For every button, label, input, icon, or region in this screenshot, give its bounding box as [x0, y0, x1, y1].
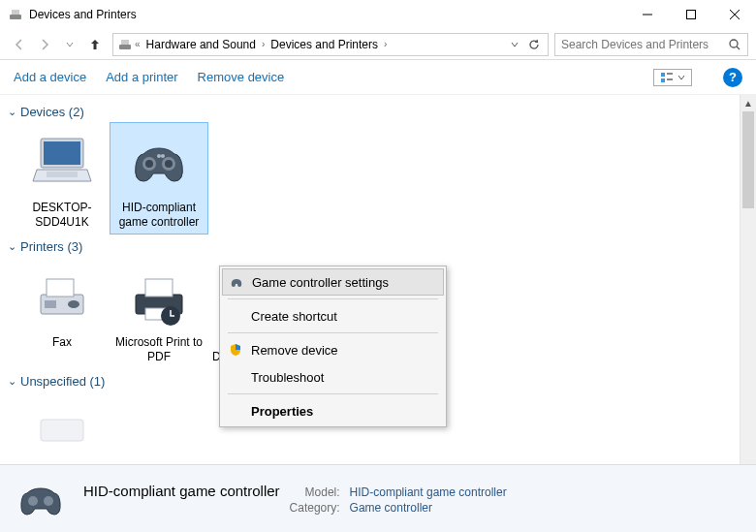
menu-separator	[228, 332, 438, 333]
forward-button[interactable]	[33, 33, 56, 56]
game-controller-icon	[229, 274, 244, 290]
details-category-label: Category:	[290, 501, 340, 515]
game-controller-icon	[124, 127, 194, 197]
navigation-bar: « Hardware and Sound › Devices and Print…	[0, 29, 756, 60]
devices-printers-icon	[117, 37, 133, 52]
group-title: Unspecified (1)	[20, 374, 105, 389]
search-input[interactable]	[561, 38, 728, 51]
chevron-right-icon[interactable]: ›	[260, 39, 267, 49]
device-label: HID-compliant game controller	[114, 201, 204, 230]
recent-dropdown[interactable]	[58, 33, 81, 56]
device-icon	[27, 396, 97, 464]
chevron-right-icon[interactable]: ›	[382, 39, 389, 49]
game-controller-icon	[14, 476, 68, 522]
svg-rect-4	[686, 11, 695, 19]
view-button[interactable]	[653, 69, 692, 86]
address-bar[interactable]: « Hardware and Sound › Devices and Print…	[112, 33, 549, 56]
svg-rect-12	[661, 78, 665, 82]
printer-icon	[124, 262, 194, 331]
breadcrumb-seg-devices[interactable]: Devices and Printers	[267, 38, 382, 51]
details-name: HID-compliant game controller	[83, 483, 280, 499]
svg-line-10	[737, 47, 740, 49]
svg-point-19	[145, 160, 153, 168]
details-category-value: Game controller	[350, 501, 507, 515]
search-box[interactable]	[554, 33, 748, 56]
add-printer-button[interactable]: Add a printer	[106, 70, 177, 84]
chevron-down-icon: ⌄	[8, 240, 16, 253]
svg-point-23	[161, 154, 165, 158]
laptop-icon	[27, 127, 97, 197]
menu-label: Remove device	[251, 343, 338, 358]
breadcrumb-seg-hardware[interactable]: Hardware and Sound	[142, 38, 260, 51]
device-label: Microsoft Print to PDF	[114, 335, 204, 364]
details-model-value: HID-compliant game controller	[350, 485, 507, 499]
devices-printers-icon	[8, 7, 23, 22]
window-title: Devices and Printers	[29, 8, 625, 21]
group-header-printers[interactable]: ⌄ Printers (3)	[8, 234, 740, 258]
remove-device-button[interactable]: Remove device	[198, 70, 285, 84]
menu-separator	[228, 298, 438, 299]
svg-point-2	[18, 16, 20, 17]
menu-game-controller-settings[interactable]: Game controller settings	[222, 268, 444, 296]
printer-ms-print-pdf[interactable]: Microsoft Print to PDF	[110, 258, 207, 368]
menu-remove-device[interactable]: Remove device	[222, 336, 444, 363]
up-button[interactable]	[83, 33, 107, 56]
context-menu: Game controller settings Create shortcut…	[219, 266, 447, 427]
svg-rect-26	[45, 300, 56, 308]
device-game-controller[interactable]: HID-compliant game controller	[110, 123, 207, 234]
fax-icon	[27, 262, 97, 331]
menu-properties[interactable]: Properties	[222, 397, 444, 424]
shield-icon	[228, 342, 243, 358]
details-pane: HID-compliant game controller Model: HID…	[0, 464, 756, 532]
svg-point-9	[730, 40, 738, 47]
close-button[interactable]	[712, 0, 756, 29]
svg-point-22	[157, 154, 161, 158]
scroll-up-icon[interactable]: ▲	[740, 95, 756, 111]
device-desktop[interactable]: DESKTOP-SDD4U1K	[14, 123, 110, 234]
chevron-left-icon[interactable]: «	[133, 39, 142, 49]
group-title: Printers (3)	[20, 239, 82, 254]
menu-label: Create shortcut	[251, 309, 337, 324]
group-header-devices[interactable]: ⌄ Devices (2)	[8, 99, 740, 123]
group-title: Devices (2)	[20, 105, 84, 119]
svg-rect-29	[145, 279, 173, 297]
menu-label: Properties	[251, 404, 313, 419]
menu-create-shortcut[interactable]: Create shortcut	[222, 302, 444, 329]
details-model-label: Model:	[290, 485, 340, 499]
command-bar: Add a device Add a printer Remove device…	[0, 60, 756, 95]
svg-rect-16	[44, 141, 80, 165]
titlebar: Devices and Printers	[0, 0, 756, 29]
svg-point-27	[68, 300, 79, 308]
refresh-button[interactable]	[524, 35, 544, 54]
menu-troubleshoot[interactable]: Troubleshoot	[222, 363, 444, 391]
menu-separator	[228, 393, 438, 394]
svg-point-21	[165, 160, 173, 168]
minimize-button[interactable]	[625, 0, 669, 29]
device-label: DESKTOP-SDD4U1K	[17, 201, 107, 230]
svg-rect-14	[667, 78, 673, 80]
chevron-down-icon: ⌄	[8, 375, 16, 388]
svg-rect-11	[661, 73, 665, 77]
svg-rect-8	[121, 40, 129, 45]
back-button[interactable]	[8, 33, 31, 56]
menu-label: Game controller settings	[252, 275, 389, 290]
svg-rect-36	[41, 420, 83, 441]
address-dropdown[interactable]	[505, 35, 524, 54]
svg-rect-17	[47, 172, 78, 177]
maximize-button[interactable]	[669, 0, 712, 29]
add-device-button[interactable]: Add a device	[14, 70, 86, 84]
scroll-thumb[interactable]	[742, 111, 754, 208]
search-icon[interactable]	[728, 38, 741, 51]
svg-rect-13	[667, 73, 673, 75]
svg-rect-1	[12, 10, 19, 15]
scrollbar[interactable]: ▲	[740, 95, 756, 464]
printer-fax[interactable]: Fax	[14, 258, 110, 368]
svg-point-38	[44, 496, 53, 506]
view-icon	[660, 72, 674, 83]
menu-label: Troubleshoot	[251, 370, 324, 385]
help-button[interactable]: ?	[723, 68, 742, 87]
chevron-down-icon: ⌄	[8, 106, 16, 118]
content-area: ▲ ⌄ Devices (2) DESKTOP-SDD4U1K HID-comp…	[0, 95, 756, 464]
device-unspecified[interactable]	[14, 392, 110, 464]
svg-rect-25	[47, 279, 74, 297]
